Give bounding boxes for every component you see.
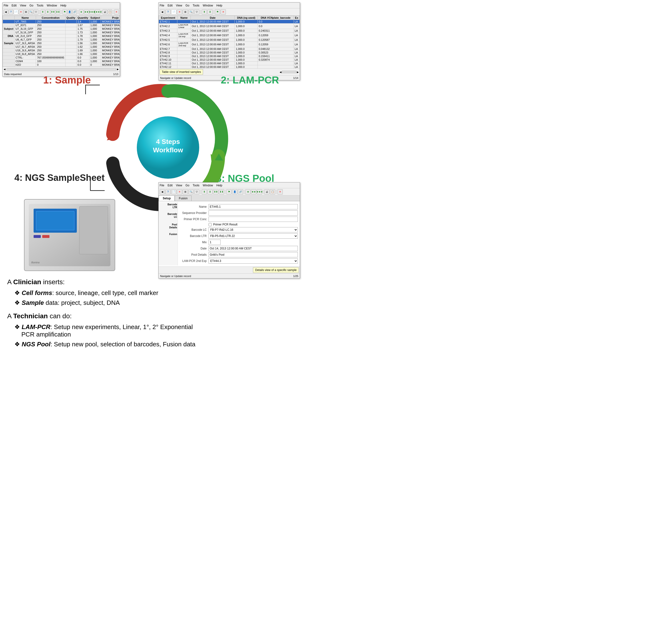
toolbar-nav4[interactable]: ⬇⬇ [56,9,60,15]
barcode-lc-select[interactable]: FB-P7-Rd2-LC.16 [209,227,298,232]
dw-nav1[interactable]: ⬆ [201,189,207,195]
dw-back[interactable]: ◀ [160,189,165,195]
toolbar-star2[interactable]: ★★ [84,9,89,15]
dw-nav3[interactable]: ⬆⬆ [213,189,218,195]
tr-toolbar-delete[interactable]: ✕ [177,9,182,15]
dw-star3[interactable]: ★★★ [257,189,262,195]
tr-col-date[interactable]: Date [191,16,235,20]
tr-toolbar-help[interactable]: ? [165,9,171,15]
toolbar-star4[interactable]: ★★★★ [95,9,100,15]
toolbar-person[interactable]: 👤 [68,9,72,15]
table-row[interactable]: U18_6L8_ARSA 250 1.66 1,000 MONKEY BRAIN… [3,52,120,56]
dw-menu-file[interactable]: File [160,184,164,187]
tr-toolbar-copy[interactable]: ⊞ [183,9,188,15]
table-row[interactable]: U18_3L9_ARSA 250 1.69 1,000 MONKEY BRAIN… [3,49,120,52]
dw-clipboard[interactable]: 📋 [270,189,275,195]
primer-result-checkbox[interactable] [209,223,212,226]
dw-link[interactable]: 🔗 [238,189,243,195]
toolbar-delete[interactable]: ✕ [19,9,23,15]
table-row[interactable]: ET#42.5 Oct 1, 2013 12:00:00 AM CEST 1,0… [159,38,300,42]
col-subject[interactable]: Subject [89,16,101,20]
menu-edit[interactable]: Edit [11,4,17,7]
table-row[interactable]: ET#42.11 Oct 1, 2013 12:00:00 AM CEST 1,… [159,61,300,65]
name-input[interactable] [209,204,298,209]
dw-menu-window[interactable]: Window [203,184,213,187]
tr-col-dna[interactable]: DNA (ng used) [235,16,258,20]
tr-menu-file[interactable]: File [160,4,164,7]
dw-close[interactable]: ✕ [278,189,283,195]
table-row[interactable]: ET#42.7 Oct 1, 2013 12:00:00 AM CEST 1,0… [159,47,300,51]
menu-view[interactable]: View [20,4,26,7]
top-left-table-scroll[interactable]: Name Concentration Quality Quantity Subj… [3,16,120,67]
toolbar-link[interactable]: 🔗 [72,9,77,15]
col-concentration[interactable]: Concentration [36,16,65,20]
tr-menu-edit[interactable]: Edit [168,4,172,7]
lampcr-select[interactable]: ET#44.3 [209,258,298,264]
col-quality[interactable]: Quality [65,16,76,20]
table-row[interactable]: ET#42.3 Oct 1, 2013 12:00:00 AM CEST 1,0… [159,29,300,33]
menu-tools[interactable]: Tools [37,4,44,7]
dw-menu-go[interactable]: Go [186,184,189,187]
table-row[interactable]: H2O 0 0.0 0 MONKEY BRAIN LV TREATED 1...… [3,63,120,67]
table-row[interactable]: Sample U17_3L5_ARSA 250 1.56 1,000 MONKE… [3,42,120,45]
tr-menu-help[interactable]: Help [216,4,222,7]
top-right-table-scroll[interactable]: Experiment Name Date DNA (ng used) DNA V… [159,16,300,68]
sequence-provider-input[interactable] [209,210,298,216]
table-row[interactable]: CTRL- 767.059999999999995 0.0 1,000 MONK… [3,56,120,59]
toolbar-help[interactable]: ? [9,9,13,15]
dw-print[interactable]: 🖨 [264,189,269,195]
tr-menu-tools[interactable]: Tools [193,4,199,7]
dw-person[interactable]: 👤 [232,189,237,195]
tr-toolbar-flag[interactable]: ⚑ [215,9,220,15]
toolbar-flag[interactable]: ⚑ [63,9,67,15]
tr-hscroll[interactable]: ◀ ▶ [280,71,299,73]
menu-file[interactable]: File [4,4,8,7]
tr-toolbar-nav1[interactable]: ⬆ [201,9,207,15]
table-row[interactable]: U17_6L7_ARSA 250 1.62 1,000 MONKEY BRAIN… [3,45,120,49]
toolbar-new[interactable]: 📄 [14,9,18,15]
table-row[interactable]: ET#42.4 LAM-PCR1st exp Oct 1, 2013 12:00… [159,33,300,38]
dw-nav2[interactable]: ⬇ [207,189,213,195]
table-row[interactable]: ET#42.1 Oct 1, 2013 12:00:00 AM CEST 1,0… [159,20,300,24]
dw-flag[interactable]: ⚑ [226,189,232,195]
menu-go[interactable]: Go [29,4,33,7]
table-row[interactable]: U8_4L7_GFP 250 1.79 1,000 MONKEY BRAIN L… [3,38,120,42]
tr-col-vcn[interactable]: DNA VCNplate_barcode [258,16,293,20]
dw-delete[interactable]: ✕ [177,189,182,195]
toolbar-filter[interactable]: ▽ [34,9,39,15]
table-row[interactable]: UT_7865 250 1.4 1,000 MONKEY BRAIN LV TR… [3,20,120,24]
toolbar-print2[interactable]: 📋 [107,9,112,15]
table-row[interactable]: ET#42.2 LAM-PCRLinear Oct 1, 2013 12:00:… [159,24,300,29]
table-row[interactable]: ET#42.9 Oct 1, 2013 12:00:00 AM CEST 1,0… [159,54,300,58]
date-input[interactable] [209,246,298,251]
tr-toolbar-new[interactable]: 📄 [171,9,176,15]
menu-window[interactable]: Window [47,4,57,7]
dw-filter[interactable]: ▽ [194,189,199,195]
table-row[interactable]: CEM4 100 0.0 1,000 MONKEY BRAIN LV TREAT… [3,59,120,63]
tr-toolbar-filter[interactable]: ▽ [194,9,199,15]
dw-menu-help[interactable]: Help [216,184,222,187]
table-row[interactable]: ET#42.8 Oct 1, 2013 12:00:00 AM CEST 1,0… [159,51,300,54]
table-row[interactable]: ET#42.10 Oct 1, 2013 12:00:00 AM CEST 1,… [159,58,300,61]
tr-toolbar-close[interactable]: ✕ [220,9,226,15]
toolbar-search[interactable]: 🔍 [29,9,33,15]
tr-col-name[interactable]: Name [177,16,191,20]
dw-menu-tools[interactable]: Tools [193,184,199,187]
dw-search[interactable]: 🔍 [188,189,194,195]
col-quantity[interactable]: Quantity [76,16,89,20]
tab-fusion[interactable]: Fusion [175,196,192,201]
tr-menu-view[interactable]: View [176,4,182,7]
table-row[interactable]: Subject U7_3L19_GFP 250 1.75 1,000 MONKE… [3,27,120,31]
toolbar-back[interactable]: ◀ [4,9,8,15]
col-project[interactable]: Proje [101,16,120,20]
toolbar-nav3[interactable]: ⬆⬆ [51,9,55,15]
toolbar-nav1[interactable]: ⬆ [41,9,45,15]
menu-help[interactable]: Help [61,4,67,7]
table-row[interactable]: UT_8371 250 1.67 1,000 MONKEY BRAIN LV T… [3,24,120,27]
tab-setup[interactable]: Setup [159,196,175,201]
tr-menu-go[interactable]: Go [186,4,189,7]
dw-menu-view[interactable]: View [176,184,182,187]
pool-details-input[interactable] [209,252,298,257]
tr-toolbar-nav2[interactable]: ⬇ [207,9,213,15]
dw-help[interactable]: ? [165,189,171,195]
